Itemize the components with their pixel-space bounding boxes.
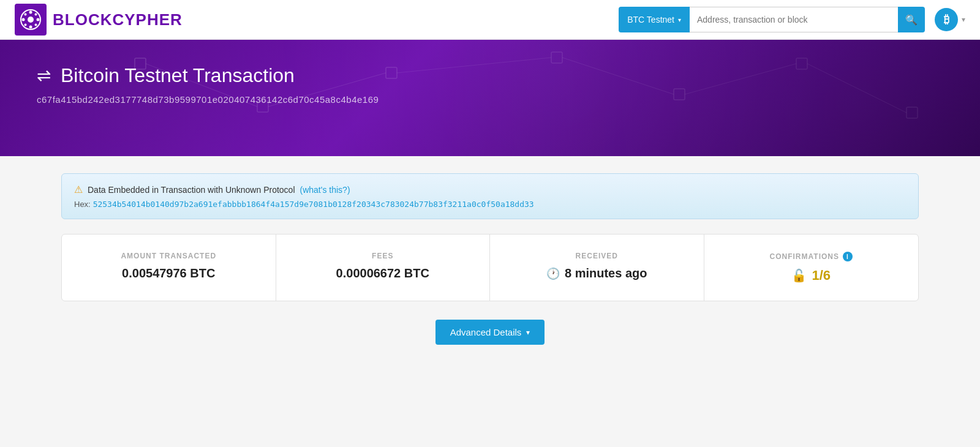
alert-box: ⚠ Data Embedded in Transaction with Unkn… bbox=[61, 173, 919, 219]
alert-message: Data Embedded in Transaction with Unknow… bbox=[88, 185, 295, 195]
warning-icon: ⚠ bbox=[74, 184, 83, 195]
logo-box bbox=[15, 4, 47, 36]
stat-confirmations: CONFIRMATIONS i 🔓 1/6 bbox=[704, 235, 919, 301]
brand-block: BLOCK bbox=[53, 10, 112, 29]
brand-cypher: CYPHER bbox=[112, 10, 182, 29]
alert-title: ⚠ Data Embedded in Transaction with Unkn… bbox=[74, 184, 906, 195]
advanced-details-label: Advanced Details bbox=[450, 327, 522, 337]
brand-name: BLOCKCYPHER bbox=[53, 10, 183, 29]
fees-label: FEES bbox=[295, 252, 472, 260]
hex-label: Hex: bbox=[74, 200, 91, 209]
confirmations-value: 🔓 1/6 bbox=[723, 268, 900, 284]
confirmations-label: CONFIRMATIONS i bbox=[723, 252, 900, 261]
btc-icon: ₿ bbox=[935, 8, 958, 31]
user-area: ₿ ▾ bbox=[935, 8, 965, 31]
stat-received: RECEIVED 🕐 8 minutes ago bbox=[490, 235, 704, 301]
svg-point-1 bbox=[28, 17, 34, 23]
stats-grid: AMOUNT TRANSACTED 0.00547976 BTC FEES 0.… bbox=[61, 234, 919, 301]
svg-point-9 bbox=[35, 24, 37, 26]
network-chevron-icon: ▾ bbox=[678, 17, 681, 23]
advanced-details-caret-icon: ▾ bbox=[526, 328, 530, 337]
hex-value: 52534b54014b0140d97b2a691efabbbb1864f4a1… bbox=[93, 200, 534, 209]
user-dropdown-arrow[interactable]: ▾ bbox=[962, 15, 965, 24]
svg-point-7 bbox=[35, 13, 37, 16]
svg-rect-13 bbox=[551, 52, 562, 63]
whats-this-link[interactable]: (what's this?) bbox=[300, 185, 350, 195]
advanced-details-button[interactable]: Advanced Details ▾ bbox=[435, 320, 545, 345]
advanced-details-area: Advanced Details ▾ bbox=[61, 320, 919, 345]
hero-tx-hash: c67fa415bd242ed3177748d73b9599701e020407… bbox=[37, 94, 943, 105]
svg-point-6 bbox=[24, 13, 27, 16]
confirmations-number: 1/6 bbox=[812, 268, 831, 284]
network-select-button[interactable]: BTC Testnet ▾ bbox=[619, 7, 690, 32]
received-label: RECEIVED bbox=[508, 252, 685, 260]
svg-point-5 bbox=[37, 18, 40, 21]
svg-rect-16 bbox=[907, 107, 918, 118]
svg-point-3 bbox=[29, 26, 32, 29]
hero-title-text: Bitcoin Testnet Transaction bbox=[61, 64, 295, 87]
svg-point-8 bbox=[24, 24, 27, 26]
main-content: ⚠ Data Embedded in Transaction with Unkn… bbox=[37, 156, 943, 362]
stat-amount: AMOUNT TRANSACTED 0.00547976 BTC bbox=[62, 235, 276, 301]
search-area: BTC Testnet ▾ 🔍 ₿ ▾ bbox=[619, 7, 965, 32]
navbar: BLOCKCYPHER BTC Testnet ▾ 🔍 ₿ ▾ bbox=[0, 0, 980, 40]
clock-icon: 🕐 bbox=[546, 267, 560, 280]
hero-title: ⇌ Bitcoin Testnet Transaction bbox=[37, 64, 943, 87]
search-input[interactable] bbox=[690, 7, 898, 32]
received-value: 🕐 8 minutes ago bbox=[508, 266, 685, 280]
lock-icon: 🔓 bbox=[791, 268, 807, 283]
svg-point-2 bbox=[29, 11, 32, 14]
info-icon[interactable]: i bbox=[843, 252, 853, 261]
amount-value: 0.00547976 BTC bbox=[80, 266, 257, 280]
hero-banner: ⇌ Bitcoin Testnet Transaction c67fa415bd… bbox=[0, 40, 980, 156]
stat-fees: FEES 0.00006672 BTC bbox=[276, 235, 491, 301]
logo-icon bbox=[20, 9, 42, 31]
logo-area: BLOCKCYPHER bbox=[15, 4, 183, 36]
alert-hex-line: Hex: 52534b54014b0140d97b2a691efabbbb186… bbox=[74, 199, 906, 209]
amount-label: AMOUNT TRANSACTED bbox=[80, 252, 257, 260]
search-button[interactable]: 🔍 bbox=[898, 7, 925, 32]
fees-value: 0.00006672 BTC bbox=[295, 266, 472, 280]
search-icon: 🔍 bbox=[905, 14, 918, 26]
transaction-arrows-icon: ⇌ bbox=[37, 66, 51, 86]
network-label: BTC Testnet bbox=[627, 15, 674, 24]
svg-point-4 bbox=[22, 18, 25, 21]
